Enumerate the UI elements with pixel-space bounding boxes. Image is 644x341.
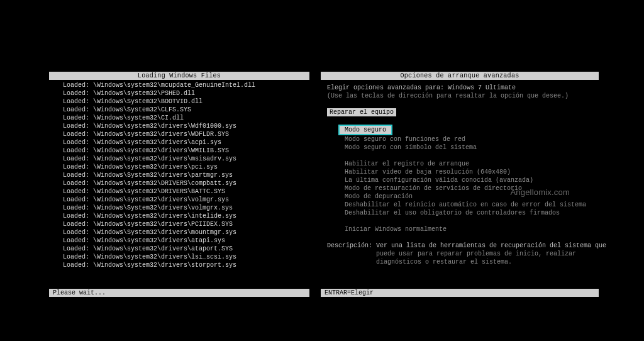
direction-hint: (Use las teclas de dirección para resalt… [327,92,592,100]
loaded-row: Loaded: \Windows\system32\drivers\WDFLDR… [63,130,309,138]
loaded-row: Loaded: \Windows\system32\drivers\PCIIDE… [63,220,309,228]
loaded-prefix: Loaded: [63,254,89,260]
loaded-prefix: Loaded: [63,139,89,146]
loading-files-title-bar: Loading Windows Files [49,72,309,80]
loaded-path: \Windows\system32\drivers\lsi_scsi.sys [93,254,236,260]
loaded-prefix: Loaded: [63,123,89,130]
please-wait-bar: Please wait... [49,289,309,297]
loaded-row: Loaded: \Windows\system32\PSHED.dll [63,89,309,98]
loaded-prefix: Loaded: [63,147,89,154]
loaded-path: \Windows\system32\DRIVERS\BATTC.SYS [93,188,225,195]
loaded-path: \Windows\system32\drivers\PCIIDEX.SYS [93,221,233,228]
boot-option-gap [327,152,592,160]
loaded-prefix: Loaded: [63,196,89,203]
loaded-path: \Windows\System32\CLFS.SYS [93,106,191,113]
loaded-row: Loaded: \Windows\System32\drivers\mountm… [63,228,309,237]
advanced-options-title-bar: Opciones de arranque avanzadas [321,72,599,80]
loaded-path: \Windows\System32\BOOTVID.dll [93,98,203,105]
loaded-row: Loaded: \Windows\System32\BOOTVID.dll [63,98,309,106]
description-text-3: diagnósticos o restaurar el sistema. [327,258,592,266]
loaded-prefix: Loaded: [63,131,89,138]
loaded-path: \Windows\system32\drivers\ataport.SYS [93,245,233,252]
loaded-prefix: Loaded: [63,164,89,170]
loaded-path: \Windows\System32\drivers\partmgr.sys [93,172,233,179]
loaded-row: Loaded: \Windows\system32\drivers\msisad… [63,155,309,163]
loaded-prefix: Loaded: [63,204,89,211]
loaded-path: \Windows\system32\PSHED.dll [93,90,195,97]
screenshot-root: Loading Windows Files Loaded: \Windows\s… [0,0,644,341]
loaded-row: Loaded: \Windows\system32\drivers\lsi_sc… [63,253,309,261]
loaded-prefix: Loaded: [63,155,89,162]
loaded-path: \Windows\system32\mcupdate_GenuineIntel.… [93,82,255,89]
loaded-row: Loaded: \Windows\system32\CI.dll [63,114,309,122]
loaded-prefix: Loaded: [63,106,89,113]
loaded-path: \Windows\system32\drivers\Wdf01000.sys [93,123,236,130]
loaded-row: Loaded: \Windows\system32\drivers\storpo… [63,261,309,269]
choose-for-line: Elegir opciones avanzadas para: Windows … [327,84,592,92]
loading-files-panel: Loading Windows Files Loaded: \Windows\s… [49,72,309,297]
loaded-prefix: Loaded: [63,221,89,228]
loaded-prefix: Loaded: [63,245,89,252]
boot-option[interactable]: Modo seguro con funciones de red [327,135,592,143]
advanced-options-body: Elegir opciones avanzadas para: Windows … [321,80,599,266]
loaded-row: Loaded: \Windows\System32\drivers\volmgr… [63,204,309,212]
loaded-path: \Windows\system32\DRIVERS\compbatt.sys [93,180,236,187]
description-text-1: Ver una lista de herramientas de recuper… [376,242,606,249]
loaded-files-list: Loaded: \Windows\system32\mcupdate_Genui… [49,80,309,269]
boot-option[interactable]: Deshabilitar el reinicio automático en c… [327,201,592,209]
loaded-row: Loaded: \Windows\system32\drivers\WMILIB… [63,147,309,155]
repair-computer-label: Reparar el equipo [327,108,396,116]
loaded-row: Loaded: \Windows\system32\DRIVERS\compba… [63,179,309,187]
loaded-row: Loaded: \Windows\system32\drivers\inteli… [63,212,309,220]
boot-option[interactable]: Habilitar vídeo de baja resolución (640x… [327,168,592,176]
boot-option-gap [327,217,592,225]
loaded-path: \Windows\System32\drivers\volmgrx.sys [93,204,233,211]
loaded-row: Loaded: \Windows\system32\drivers\Wdf010… [63,122,309,130]
loaded-prefix: Loaded: [63,188,89,195]
loaded-row: Loaded: \Windows\System32\CLFS.SYS [63,106,309,114]
watermark-text: Angellomix.com [510,187,570,197]
loaded-path: \Windows\System32\drivers\mountmgr.sys [93,229,236,236]
loaded-prefix: Loaded: [63,115,89,121]
loaded-path: \Windows\system32\drivers\acpi.sys [93,139,221,146]
description-text-2: puede usar para reparar problemas de ini… [327,250,592,258]
boot-option[interactable]: Deshabilitar el uso obligatorio de contr… [327,209,592,217]
os-name: Windows 7 Ultimate [448,84,516,91]
loaded-row: Loaded: \Windows\system32\drivers\volmgr… [63,196,309,204]
loaded-prefix: Loaded: [63,229,89,236]
choose-for-label: Elegir opciones avanzadas para: [327,84,444,91]
loaded-path: \Windows\system32\CI.dll [93,115,184,121]
selected-highlight-box: Modo seguro [338,125,392,135]
loaded-row: Loaded: \Windows\system32\drivers\pci.sy… [63,163,309,171]
loaded-prefix: Loaded: [63,90,89,97]
loaded-path: \Windows\system32\drivers\WDFLDR.SYS [93,131,229,138]
loaded-path: \Windows\system32\drivers\storport.sys [93,262,236,269]
loaded-prefix: Loaded: [63,213,89,220]
loaded-path: \Windows\system32\drivers\intelide.sys [93,213,236,220]
loaded-path: \Windows\system32\drivers\volmgr.sys [93,196,229,203]
loaded-prefix: Loaded: [63,172,89,179]
loaded-row: Loaded: \Windows\system32\drivers\atapor… [63,245,309,253]
loaded-row: Loaded: \Windows\system32\drivers\acpi.s… [63,138,309,147]
loaded-path: \Windows\system32\drivers\WMILIB.SYS [93,147,229,154]
boot-option[interactable]: Iniciar Windows normalmente [327,225,592,233]
loaded-prefix: Loaded: [63,237,89,244]
loaded-prefix: Loaded: [63,98,89,105]
safe-mode-selected[interactable]: Modo seguro [327,125,592,135]
loaded-path: \Windows\system32\drivers\msisadrv.sys [93,155,236,162]
boot-option[interactable]: La última configuración válida conocida … [327,176,592,184]
loaded-row: Loaded: \Windows\System32\drivers\partmg… [63,171,309,179]
enter-choose-bar: ENTRAR=Elegir [321,289,599,297]
loaded-prefix: Loaded: [63,180,89,187]
boot-option[interactable]: Habilitar el registro de arranque [327,160,592,168]
loaded-row: Loaded: \Windows\system32\mcupdate_Genui… [63,81,309,89]
description-label: Descripción: [327,242,372,249]
loaded-path: \Windows\system32\drivers\atapi.sys [93,237,225,244]
loaded-row: Loaded: \Windows\system32\DRIVERS\BATTC.… [63,187,309,196]
loaded-row: Loaded: \Windows\system32\drivers\atapi.… [63,237,309,245]
description-line-1: Descripción: Ver una lista de herramient… [327,242,592,250]
safe-mode-label: Modo seguro [340,126,391,134]
repair-computer-option[interactable]: Reparar el equipo [327,108,592,116]
boot-option[interactable]: Modo seguro con símbolo del sistema [327,143,592,152]
loaded-path: \Windows\system32\drivers\pci.sys [93,164,218,170]
